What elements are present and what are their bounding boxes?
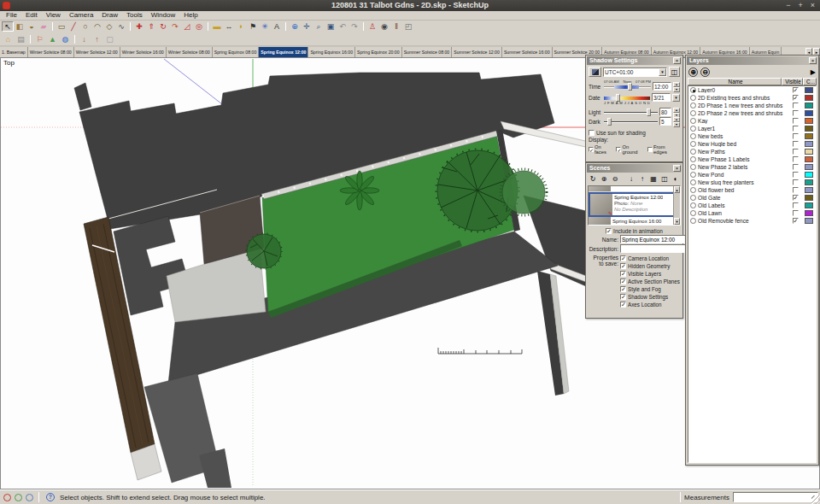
layer-row[interactable]: 2D Existing trees and shrubs (688, 94, 816, 102)
scene-tab-1[interactable]: 1. Basemap (0, 47, 28, 57)
layer-row[interactable]: New Hugle bed (688, 140, 816, 148)
layer-visible-checkbox[interactable] (793, 187, 799, 193)
panel-menu-icon[interactable]: ◐ (671, 174, 681, 185)
toggle-terrain-icon[interactable]: ▲ (46, 33, 59, 44)
property-checkbox[interactable] (620, 294, 626, 300)
layer-color-swatch[interactable] (805, 179, 813, 185)
tape-measure-icon[interactable]: ▬ (211, 21, 223, 32)
dark-spin-down-icon[interactable]: ▾ (673, 122, 680, 127)
layer-current-radio[interactable] (690, 218, 696, 224)
menu-help[interactable]: Help (179, 11, 202, 20)
push-pull-icon[interactable]: ⇑ (145, 21, 157, 32)
remove-scene-icon[interactable]: ⊖ (610, 174, 620, 185)
layer-row[interactable]: 2D Phase 2 new trees and shrubs (688, 109, 816, 117)
pan-icon[interactable]: ✛ (301, 21, 313, 32)
layer-row[interactable]: New beds (688, 132, 816, 140)
layer-current-radio[interactable] (690, 95, 696, 101)
menu-camera[interactable]: Camera (65, 11, 97, 20)
layer-current-radio[interactable] (690, 141, 696, 147)
layer-row[interactable]: New slug free planters (688, 179, 816, 186)
toggle-shadows-button[interactable] (589, 67, 601, 77)
layer-current-radio[interactable] (690, 156, 696, 162)
display-option-checkbox[interactable] (616, 147, 621, 152)
property-checkbox[interactable] (620, 286, 626, 292)
credits-status-icon[interactable] (15, 494, 22, 501)
layer-current-radio[interactable] (690, 179, 696, 185)
layer-visible-checkbox[interactable] (793, 210, 799, 216)
menu-file[interactable]: File (2, 11, 21, 20)
model-info-status-icon[interactable] (26, 494, 33, 501)
scene-tab-6[interactable]: Spring Equinox 08:00 (213, 47, 260, 57)
layer-color-swatch[interactable] (805, 149, 813, 155)
scene-item-selected[interactable]: ✎ Spring Equinox 12:00 Photo: None No De… (589, 192, 680, 217)
layer-current-radio[interactable] (690, 103, 696, 108)
layer-color-swatch[interactable] (805, 87, 813, 93)
menu-edit[interactable]: Edit (21, 11, 42, 20)
next-icon[interactable]: ↷ (348, 21, 360, 32)
add-location-icon[interactable]: ⚐ (33, 33, 46, 44)
share-models-icon[interactable]: ↑ (91, 33, 103, 44)
layer-visible-checkbox[interactable] (793, 156, 799, 162)
layer-current-radio[interactable] (690, 172, 696, 178)
resize-grip[interactable] (811, 495, 820, 504)
display-option-checkbox[interactable] (589, 147, 594, 152)
use-sun-checkbox[interactable] (589, 130, 594, 136)
slab-tongue-south[interactable] (199, 448, 231, 488)
layer-color-swatch[interactable] (805, 141, 813, 147)
show-details-icon[interactable]: ◫ (659, 174, 670, 185)
maximize-button[interactable]: + (798, 0, 802, 11)
timezone-dropdown-icon[interactable]: ▾ (659, 68, 666, 76)
layer-row[interactable]: 2D Phase 1 new trees and shrubs (688, 102, 816, 109)
menu-view[interactable]: View (42, 11, 65, 20)
3d-text-icon[interactable]: A (271, 21, 283, 32)
layer-visible-checkbox[interactable] (793, 87, 799, 93)
time-slider-handle[interactable] (628, 83, 632, 91)
layers-panel-titlebar[interactable]: Layers × (687, 56, 817, 65)
scene-tab-10[interactable]: Summer Solstice 08:00 (402, 47, 453, 57)
layer-current-radio[interactable] (690, 87, 696, 93)
layer-color-swatch[interactable] (805, 195, 813, 201)
layer-color-swatch[interactable] (805, 210, 813, 216)
select-icon[interactable]: ↖ (2, 21, 14, 32)
shadow-panel-titlebar[interactable]: Shadow Settings × (587, 56, 682, 65)
layer-visible-checkbox[interactable] (793, 110, 799, 116)
date-slider[interactable]: JFMAMJJASOND (604, 94, 650, 102)
layer-row[interactable]: Old Lawn (688, 209, 816, 217)
building-sliver-northwest[interactable] (74, 83, 91, 110)
line-icon[interactable]: ╱ (67, 21, 79, 32)
layer-color-swatch[interactable] (805, 187, 813, 193)
layer-current-radio[interactable] (690, 210, 696, 216)
layer-current-radio[interactable] (690, 133, 696, 139)
color-column-header[interactable]: C... (803, 78, 817, 85)
dark-slider-handle[interactable] (607, 118, 612, 126)
property-checkbox[interactable] (620, 271, 626, 277)
layer-current-radio[interactable] (690, 187, 696, 193)
layer-row[interactable]: New Phase 1 Labels (688, 155, 816, 163)
layer-color-swatch[interactable] (805, 103, 813, 108)
layer-visible-checkbox[interactable] (793, 133, 799, 139)
property-checkbox[interactable] (620, 255, 626, 261)
photo-textures-icon[interactable]: ▤ (15, 33, 27, 44)
update-scene-icon[interactable]: ↻ (588, 174, 598, 185)
display-shadows-button[interactable]: ◫ (669, 67, 680, 77)
dark-field[interactable]: 5 (659, 117, 671, 126)
layer-current-radio[interactable] (690, 149, 696, 155)
geolocation-status-icon[interactable] (3, 494, 11, 501)
include-in-animation-checkbox[interactable] (606, 228, 612, 234)
layer-current-radio[interactable] (690, 126, 696, 132)
move-scene-up-icon[interactable]: ↑ (637, 174, 647, 185)
layer-current-radio[interactable] (690, 110, 696, 116)
move-icon[interactable]: ✚ (133, 21, 145, 32)
light-spinner[interactable]: ▴▾ (673, 108, 680, 116)
shadow-panel-close-icon[interactable]: × (673, 57, 681, 64)
property-checkbox[interactable] (620, 302, 626, 308)
scene-list[interactable]: ✎ Spring Equinox 12:00 Photo: None No De… (588, 185, 681, 226)
close-button[interactable]: × (811, 0, 815, 11)
scene-item-partial-top[interactable] (589, 186, 680, 192)
light-field[interactable]: 80 (659, 108, 671, 116)
circle-icon[interactable]: ○ (79, 21, 91, 32)
section-plane-icon[interactable]: ◰ (402, 21, 414, 32)
layer-current-radio[interactable] (690, 118, 696, 124)
paint-bucket-icon[interactable]: ◒ (26, 21, 38, 32)
scene-tab-2[interactable]: Winter Solstice 08:00 (28, 47, 74, 57)
